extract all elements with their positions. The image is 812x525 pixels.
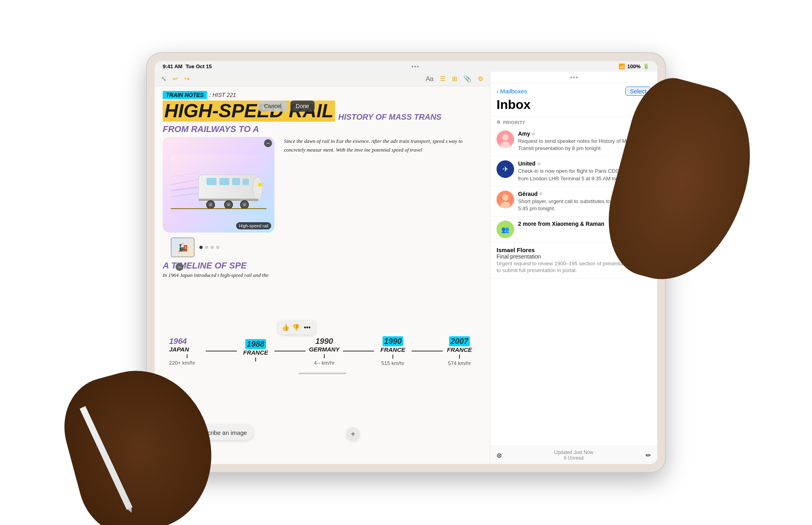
status-bar: 9:41 AM Tue Oct 15 📶 100% 🔋: [155, 61, 657, 72]
united-avatar-image: ✈: [497, 160, 514, 178]
status-center: [410, 64, 420, 69]
edit-buttons: Cancel Done: [258, 101, 315, 112]
note-title-line: TRAIN NOTES : HIST 221: [163, 91, 482, 99]
list-icon[interactable]: ☰: [440, 75, 445, 83]
minimize-icon[interactable]: ⤡: [161, 75, 166, 83]
mail-nav: ‹ Mailboxes Select: [497, 87, 651, 96]
image-tooltip: High-speed rail: [236, 222, 271, 229]
add-content-button[interactable]: +: [346, 427, 360, 441]
dot-2[interactable]: [205, 246, 208, 249]
mailboxes-label: Mailboxes: [500, 88, 527, 95]
chevron-left-icon: ‹: [497, 88, 499, 95]
svg-point-19: [258, 183, 262, 187]
note-body-text: Since the dawn of rail in Eur the essenc…: [284, 137, 482, 154]
redo-icon[interactable]: ↪: [184, 75, 189, 83]
svg-point-22: [501, 142, 510, 148]
tl-line-2: [274, 351, 305, 351]
from-railways-heading: FROM RAILWAYS TO A: [163, 124, 482, 134]
feedback-buttons: 👍 👎 •••: [278, 321, 315, 334]
train-illustration: [171, 155, 266, 215]
more-options-icon[interactable]: •••: [302, 322, 312, 333]
year-2007: 2007: [449, 336, 470, 346]
mail-three-dots[interactable]: [569, 75, 579, 80]
svg-rect-7: [207, 178, 217, 185]
dot-3[interactable]: [211, 246, 214, 249]
timeline-heading: A TIMELINE OF SPE: [163, 261, 482, 271]
content-row: − High-speed rail Since the dawn of rail…: [163, 137, 482, 236]
avatar-united: ✈: [497, 160, 514, 178]
amy-avatar-image: [497, 130, 514, 148]
timeline-bar: 1964 JAPAN 220+ km/hr 👍 👎 •••: [161, 336, 483, 366]
dot-4[interactable]: [216, 246, 219, 249]
priority-dot-amy: ⊙: [532, 132, 535, 136]
scroll-bar-area: [155, 370, 490, 377]
unread-text: 6 Unread: [502, 455, 646, 461]
priority-dot-united: ⊙: [537, 162, 540, 166]
filter-icon[interactable]: ⊜: [497, 452, 502, 459]
done-button[interactable]: Done: [290, 101, 315, 112]
battery-icon: 🔋: [643, 63, 649, 69]
main-content: ⤡ ↩ ↪ Aa ☰ ⊞ 📎 ⚙ Cancel Done: [155, 72, 657, 464]
status-date: Tue Oct 15: [185, 63, 212, 69]
country-germany: GERMANY: [309, 346, 340, 353]
status-bar-right: 📶 100% 🔋: [619, 63, 649, 69]
font-icon[interactable]: Aa: [426, 75, 434, 83]
svg-point-26: [502, 194, 508, 201]
ipad-screen: 9:41 AM Tue Oct 15 📶 100% 🔋: [155, 61, 657, 464]
undo-icon[interactable]: ↩: [173, 75, 178, 83]
tl-line-4: [412, 351, 443, 351]
svg-point-13: [209, 203, 212, 206]
mail-toolbar: [490, 72, 657, 83]
notes-panel: ⤡ ↩ ↪ Aa ☰ ⊞ 📎 ⚙ Cancel Done: [155, 72, 490, 464]
more-avatar-image: 👥: [497, 221, 514, 238]
history-subtitle: HISTORY OF MASS TRANS: [338, 112, 441, 122]
country-france-1: FRANCE: [243, 349, 268, 356]
note-title-suffix: : HIST 221: [209, 92, 236, 98]
timeline-entry-1988: 1988 FRANCE: [238, 339, 274, 363]
note-body-area: Since the dawn of rail in Eur the essenc…: [284, 137, 482, 236]
svg-point-15: [227, 203, 230, 206]
thumbs-down-icon[interactable]: 👎: [292, 324, 300, 331]
table-icon[interactable]: ⊞: [452, 75, 457, 83]
cancel-button[interactable]: Cancel: [258, 101, 287, 112]
year-1964: 1964: [169, 337, 187, 346]
mail-footer-text: Updated Just Now 6 Unread: [502, 450, 646, 461]
svg-rect-9: [232, 178, 240, 185]
svg-point-6: [253, 177, 262, 201]
avatar-amy: [497, 130, 514, 148]
ipad-frame: 9:41 AM Tue Oct 15 📶 100% 🔋: [147, 53, 665, 472]
speed-germany: 4-- km/hr: [314, 360, 335, 366]
svg-text:✈: ✈: [503, 165, 508, 173]
speed-france-3: 574 km/hr: [448, 360, 471, 366]
status-three-dots[interactable]: [410, 64, 420, 69]
country-japan: JAPAN: [169, 346, 189, 353]
mailboxes-back-button[interactable]: ‹ Mailboxes: [497, 88, 527, 95]
priority-text: PRIORITY: [503, 120, 526, 125]
note-image-card[interactable]: − High-speed rail: [163, 137, 274, 233]
battery-text: 100%: [627, 63, 641, 69]
timeline-section: 1964 JAPAN 220+ km/hr 👍 👎 •••: [155, 332, 490, 370]
dot-1[interactable]: [199, 246, 203, 249]
timeline-entry-1964: 1964 JAPAN 220+ km/hr: [169, 337, 205, 366]
mail-footer: ⊜ Updated Just Now 6 Unread ✏: [490, 446, 657, 464]
timeline-entry-1990-fr: 1990 FRANCE 515 km/hr: [375, 336, 411, 366]
year-1990-de: 1990: [315, 337, 333, 346]
thumbs-up-icon[interactable]: 👍: [282, 324, 290, 331]
heading-row: HIGH-SPEED RAIL HISTORY OF MASS TRANS: [163, 101, 482, 122]
svg-point-27: [501, 202, 510, 208]
notes-toolbar: ⤡ ↩ ↪ Aa ☰ ⊞ 📎 ⚙: [155, 72, 490, 86]
thumb-remove-btn[interactable]: −: [175, 263, 183, 271]
inbox-title: Inbox: [497, 97, 651, 112]
image-remove-btn[interactable]: −: [264, 139, 272, 147]
ismael-name: Ismael Flores: [497, 247, 535, 253]
markup-icon[interactable]: ⚙: [478, 75, 483, 83]
country-france-2: FRANCE: [380, 346, 406, 353]
status-time: 9:41 AM: [163, 63, 182, 69]
thumbnail-image[interactable]: 🚂: [171, 237, 195, 257]
outer-container: 9:41 AM Tue Oct 15 📶 100% 🔋: [127, 43, 685, 482]
compose-icon[interactable]: ✏: [646, 452, 651, 459]
updated-text: Updated Just Now: [502, 450, 646, 455]
attachment-icon[interactable]: 📎: [463, 75, 471, 83]
notes-content: TRAIN NOTES : HIST 221 HIGH-SPEED RAIL H…: [155, 86, 490, 284]
year-1990-fr: 1990: [382, 336, 404, 346]
